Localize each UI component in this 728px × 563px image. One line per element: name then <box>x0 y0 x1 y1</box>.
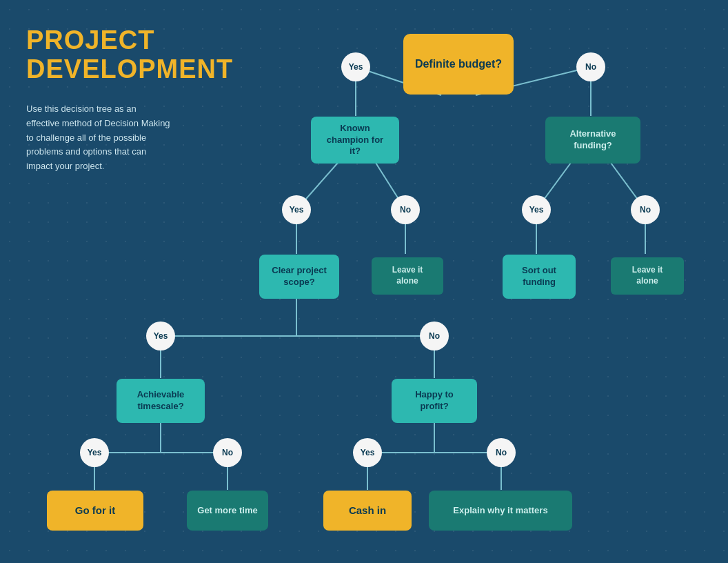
yes-circle-profit-left: Yes <box>353 438 382 467</box>
alternative-funding-node: Alternative funding? <box>545 116 641 164</box>
no-circle-altfunding-right: No <box>631 195 660 224</box>
go-for-it-node: Go for it <box>46 490 144 531</box>
definite-budget-box: Definite budget? <box>403 34 514 95</box>
leave-it-alone-1-box: Leave it alone <box>372 257 443 295</box>
yes-circle-top: Yes <box>341 52 370 81</box>
explain-why-box: Explain why it matters <box>429 491 572 531</box>
leave-it-alone-2-node: Leave it alone <box>610 257 685 295</box>
achievable-timescale-node: Achievable timescale? <box>116 378 205 424</box>
no-circle-profit-right: No <box>487 438 516 467</box>
known-champion-node: Known champion for it? <box>310 116 400 164</box>
explain-why-node: Explain why it matters <box>428 490 573 531</box>
no-circle-timescale-right: No <box>213 438 242 467</box>
page-description: Use this decision tree as an effective m… <box>26 102 171 174</box>
no-circle-top-right: No <box>576 52 605 81</box>
leave-it-alone-1-node: Leave it alone <box>371 257 444 295</box>
sort-out-funding-node: Sort out funding <box>502 254 576 299</box>
page-title: PROJECT DEVELOPMENT <box>26 26 233 84</box>
clear-project-scope-box: Clear project scope? <box>259 255 339 299</box>
go-for-it-box: Go for it <box>47 491 143 531</box>
cash-in-box: Cash in <box>323 491 412 531</box>
no-circle-scope-right: No <box>420 322 449 350</box>
yes-circle-champion-left: Yes <box>282 195 311 224</box>
happy-to-profit-node: Happy to profit? <box>391 378 478 424</box>
known-champion-box: Known champion for it? <box>311 117 399 164</box>
leave-it-alone-2-box: Leave it alone <box>611 257 684 295</box>
yes-circle-scope-left: Yes <box>146 322 175 350</box>
definite-budget-node: Definite budget? <box>403 33 514 95</box>
happy-to-profit-box: Happy to profit? <box>392 379 477 423</box>
sort-out-funding-box: Sort out funding <box>503 255 576 299</box>
get-more-time-node: Get more time <box>186 490 269 531</box>
yes-circle-timescale-left: Yes <box>80 438 109 467</box>
clear-project-scope-node: Clear project scope? <box>259 254 340 299</box>
no-circle-champion-right: No <box>391 195 420 224</box>
achievable-timescale-box: Achievable timescale? <box>117 379 205 423</box>
cash-in-node: Cash in <box>323 490 412 531</box>
yes-circle-altfunding-left: Yes <box>522 195 551 224</box>
alternative-funding-box: Alternative funding? <box>545 117 640 164</box>
get-more-time-box: Get more time <box>187 491 268 531</box>
